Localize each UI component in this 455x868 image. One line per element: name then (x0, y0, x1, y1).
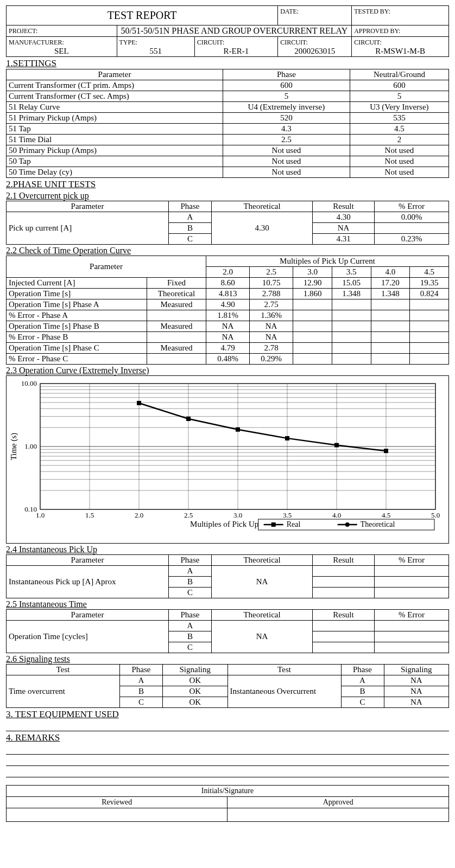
inst-result (313, 642, 375, 653)
t22-val: 1.860 (293, 289, 332, 299)
inst-phase: A (169, 566, 212, 577)
t22-val: 8.60 (206, 278, 250, 289)
inst-theo: NA (212, 621, 313, 653)
t22-val: 1.348 (332, 289, 371, 299)
report-title: TEST REPORT (7, 6, 278, 25)
sec2_3-title: 2.3 Operation Curve (Extremely Inverse) (6, 366, 449, 375)
settings-phase: 4.3 (223, 124, 350, 135)
settings-col: Parameter (7, 69, 223, 80)
svg-text:5.0: 5.0 (431, 511, 440, 519)
sec2_1-title: 2.1 Overcurrent pick up (6, 191, 449, 201)
t21-result: NA (313, 223, 375, 234)
t21-result: 4.31 (313, 234, 375, 245)
settings-neutral: 535 (350, 113, 448, 124)
t22-val (332, 332, 371, 343)
svg-text:2.0: 2.0 (135, 511, 143, 519)
inst-col: % Error (375, 555, 449, 566)
circuit1-label: CIRCUIT: (197, 39, 225, 46)
t26-right-name: Instantaneous Overcurrent (228, 675, 341, 708)
svg-rect-52 (271, 522, 276, 527)
t22-note (147, 332, 206, 343)
settings-phase: 600 (223, 80, 350, 91)
svg-text:4.5: 4.5 (382, 511, 390, 519)
settings-param: Current Transformer (CT prim. Amps) (7, 80, 223, 91)
t22-val: 2.75 (250, 299, 293, 310)
svg-rect-47 (384, 449, 388, 453)
t22-val (371, 321, 410, 332)
settings-phase: 2.5 (223, 135, 350, 145)
sig-approved: Approved (228, 797, 449, 808)
t26-right-phase: C (341, 697, 384, 708)
t22-label: % Error - Phase C (7, 354, 147, 365)
svg-text:Theoretical: Theoretical (361, 520, 395, 528)
t22-note: Measured (147, 299, 206, 310)
t26-right-phase: B (341, 686, 384, 697)
sec2_4-title: 2.4 Instantaneous Pick Up (6, 545, 449, 554)
t21-col: % Error (375, 201, 449, 212)
t22-val: 4.813 (206, 289, 250, 299)
sec3-title: 3. TEST EQUIPMENT USED (6, 709, 449, 720)
sec2_5-title: 2.5 Instantaneous Time (6, 599, 449, 609)
t26-left-phase: C (120, 697, 163, 708)
sec2_6-title: 2.6 Signaling tests (6, 654, 449, 664)
t22-val: NA (206, 321, 250, 332)
settings-neutral: 600 (350, 80, 448, 91)
settings-col: Phase (223, 69, 350, 80)
circuit3-label: CIRCUIT: (354, 39, 382, 46)
inst-col: Result (313, 610, 375, 621)
t26-col: Test (7, 665, 120, 675)
t21-col: Result (313, 201, 375, 212)
mfr-value: SEL (9, 47, 115, 56)
inst-error (375, 631, 449, 642)
t26-col: Test (228, 665, 341, 675)
inst-result (313, 577, 375, 588)
inst-col: Parameter (7, 610, 169, 621)
settings-param: Current Transformer (CT sec. Amps) (7, 91, 223, 102)
t26-col: Signaling (384, 665, 449, 675)
inst-error (375, 566, 449, 577)
operation-curve-chart: 1.01.52.02.53.03.54.04.55.00.101.0010.00… (6, 375, 449, 544)
time-curve-table: ParameterMultiples of Pick Up Current2.0… (6, 256, 449, 365)
t26-left-sig: OK (163, 675, 228, 686)
inst-time-table: ParameterPhaseTheoreticalResult% ErrorOp… (6, 609, 449, 653)
t22-mult: 2.0 (206, 267, 250, 278)
t22-val: 12.90 (293, 278, 332, 289)
t21-result: 4.30 (313, 212, 375, 223)
t22-val (371, 354, 410, 365)
t22-note (147, 310, 206, 321)
t26-col: Phase (120, 665, 163, 675)
t26-left-sig: OK (163, 697, 228, 708)
t22-mult: 3.0 (293, 267, 332, 278)
inst-col: Result (313, 555, 375, 566)
t22-val (410, 299, 449, 310)
settings-phase: U4 (Extremely inverse) (223, 102, 350, 113)
inst-error (375, 621, 449, 631)
overcurrent-pickup-table: ParameterPhaseTheoreticalResult% ErrorPi… (6, 201, 449, 245)
t22-mult: 4.0 (371, 267, 410, 278)
t26-left-phase: B (120, 686, 163, 697)
inst-param: Instantaneous Pick up [A] Aprox (7, 566, 169, 598)
settings-col: Neutral/Ground (350, 69, 448, 80)
sig-header: Initials/Signature (7, 786, 449, 797)
t22-val (293, 321, 332, 332)
t22-val (332, 310, 371, 321)
circuit2-label: CIRCUIT: (280, 39, 308, 46)
t22-label: % Error - Phase B (7, 332, 147, 343)
inst-phase: A (169, 621, 212, 631)
circuit1-value: R-ER-1 (197, 47, 276, 56)
inst-result (313, 588, 375, 598)
sec1-title: 1.SETTINGS (6, 58, 449, 69)
inst-error (375, 642, 449, 653)
svg-text:0.10: 0.10 (24, 505, 37, 513)
sec2_2-title: 2.2 Check of Time Operation Curve (6, 246, 449, 256)
t26-col: Signaling (163, 665, 228, 675)
inst-col: Phase (169, 555, 212, 566)
t22-val (293, 354, 332, 365)
t22-val (410, 321, 449, 332)
svg-text:4.0: 4.0 (332, 511, 341, 519)
inst-error (375, 588, 449, 598)
t21-error (375, 223, 449, 234)
signature-box: Initials/Signature ReviewedApproved (6, 785, 449, 822)
signaling-table: TestPhaseSignalingTestPhaseSignalingTime… (6, 664, 449, 708)
t22-val: 1.36% (250, 310, 293, 321)
